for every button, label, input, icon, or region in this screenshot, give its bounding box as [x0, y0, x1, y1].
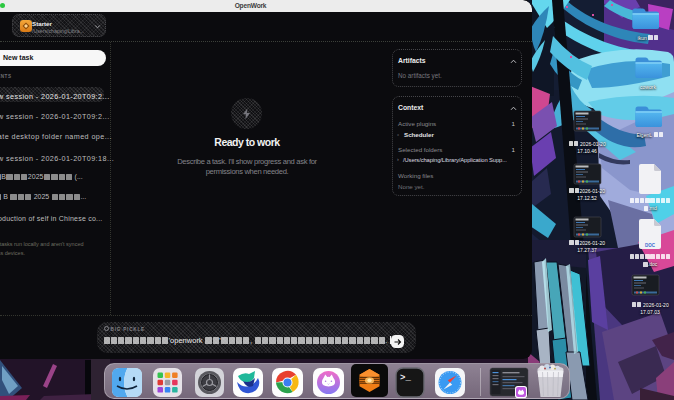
svg-text:DOC: DOC — [645, 243, 656, 248]
svg-text:>_: >_ — [400, 373, 411, 383]
